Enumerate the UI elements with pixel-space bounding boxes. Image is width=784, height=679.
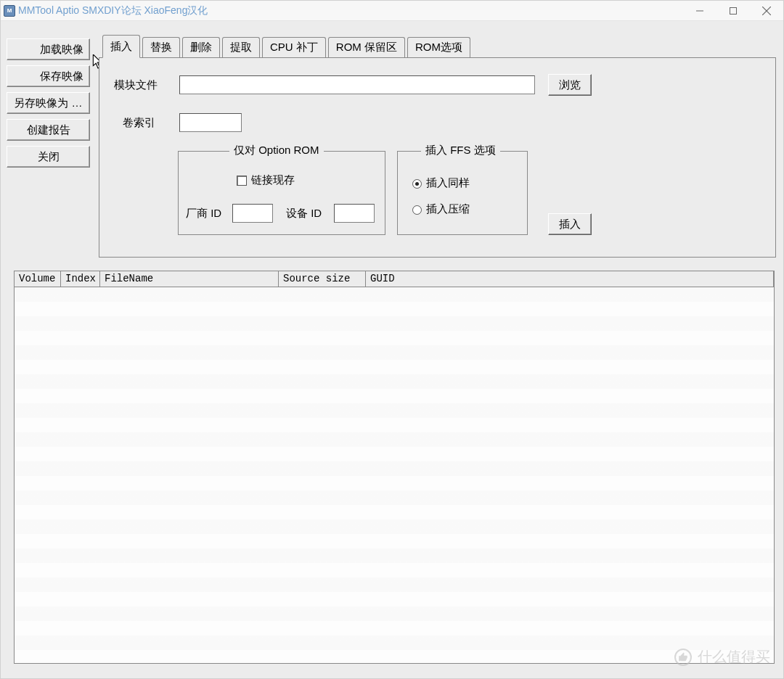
tab-rom-options[interactable]: ROM选项 (407, 37, 470, 57)
radio-insert-compressed[interactable]: 插入压缩 (412, 202, 470, 216)
save-image-button[interactable]: 保存映像 (7, 65, 90, 87)
vendor-id-input[interactable] (232, 204, 273, 223)
insert-button[interactable]: 插入 (548, 213, 592, 235)
col-volume[interactable]: Volume (15, 271, 61, 287)
svg-rect-1 (730, 7, 737, 14)
option-rom-legend: 仅对 Option ROM (229, 144, 324, 157)
tab-content: 模块文件 浏览 卷索引 仅对 Option ROM 链接现存 厂商 ID 设备 … (99, 57, 776, 258)
device-id-label: 设备 ID (286, 207, 322, 221)
tab-cpu-patch[interactable]: CPU 补丁 (262, 37, 326, 57)
tab-delete[interactable]: 删除 (182, 37, 220, 57)
thumb-icon (674, 649, 692, 666)
col-guid[interactable]: GUID (366, 271, 774, 287)
radio-insert-same[interactable]: 插入同样 (412, 176, 470, 190)
create-report-button[interactable]: 创建报告 (7, 119, 90, 141)
sidebar: 加载映像 保存映像 另存映像为 … 创建报告 关闭 (7, 38, 90, 173)
col-index[interactable]: Index (61, 271, 100, 287)
vol-index-input[interactable] (179, 113, 242, 132)
radio-icon (412, 179, 422, 189)
tab-extract[interactable]: 提取 (222, 37, 260, 57)
device-id-input[interactable] (334, 204, 375, 223)
close-window-button[interactable] (750, 1, 783, 21)
ffs-group: 插入 FFS 选项 插入同样 插入压缩 (397, 151, 528, 235)
option-rom-group: 仅对 Option ROM 链接现存 厂商 ID 设备 ID (178, 151, 385, 235)
module-file-input[interactable] (179, 75, 535, 94)
app-window: M MMTool Aptio SMXDIY论坛 XiaoFeng汉化 加载映像 … (0, 0, 784, 679)
title-bar: M MMTool Aptio SMXDIY论坛 XiaoFeng汉化 (1, 1, 783, 21)
checkbox-icon (237, 176, 247, 186)
vendor-id-label: 厂商 ID (186, 207, 221, 221)
ffs-legend: 插入 FFS 选项 (421, 144, 500, 157)
tab-rom-reserve[interactable]: ROM 保留区 (328, 37, 405, 57)
load-image-button[interactable]: 加载映像 (7, 38, 90, 60)
list-body[interactable] (14, 287, 775, 664)
radio-icon (412, 205, 422, 215)
tab-insert[interactable]: 插入 (102, 35, 140, 58)
tab-replace[interactable]: 替换 (142, 37, 180, 57)
watermark-text: 什么值得买 (698, 647, 770, 667)
watermark: 什么值得买 (674, 647, 770, 667)
list-header: Volume Index FileName Source size GUID (14, 271, 775, 287)
save-image-as-button[interactable]: 另存映像为 … (7, 92, 90, 114)
minimize-button[interactable] (683, 1, 716, 21)
tab-row: 插入 替换 删除 提取 CPU 补丁 ROM 保留区 ROM选项 (99, 31, 776, 57)
app-icon: M (4, 5, 15, 17)
window-title: MMTool Aptio SMXDIY论坛 XiaoFeng汉化 (18, 4, 208, 17)
maximize-button[interactable] (716, 1, 750, 21)
col-filename[interactable]: FileName (100, 271, 279, 287)
module-file-label: 模块文件 (114, 78, 158, 92)
col-source-size[interactable]: Source size (279, 271, 366, 287)
tab-area: 插入 替换 删除 提取 CPU 补丁 ROM 保留区 ROM选项 模块文件 浏览… (99, 31, 776, 258)
link-existing-option[interactable]: 链接现存 (237, 173, 295, 187)
vol-index-label: 卷索引 (123, 116, 155, 130)
close-button[interactable]: 关闭 (7, 146, 90, 168)
browse-button[interactable]: 浏览 (548, 74, 592, 96)
